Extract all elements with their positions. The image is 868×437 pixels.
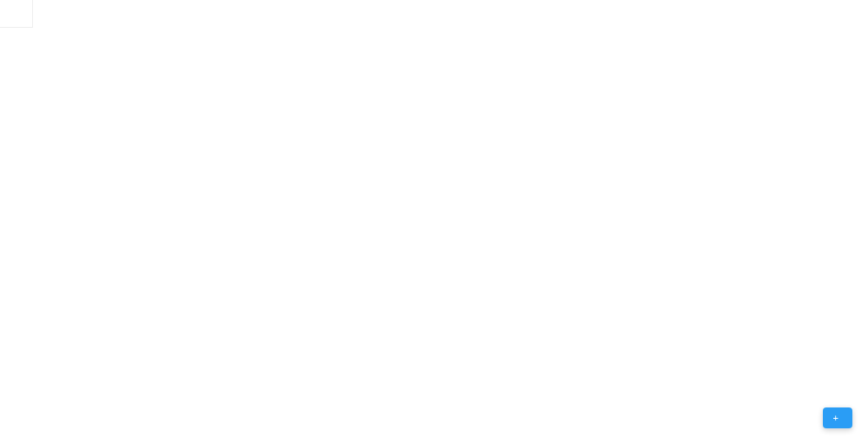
week-number: [0, 0, 33, 28]
calendar-header: [0, 0, 868, 28]
